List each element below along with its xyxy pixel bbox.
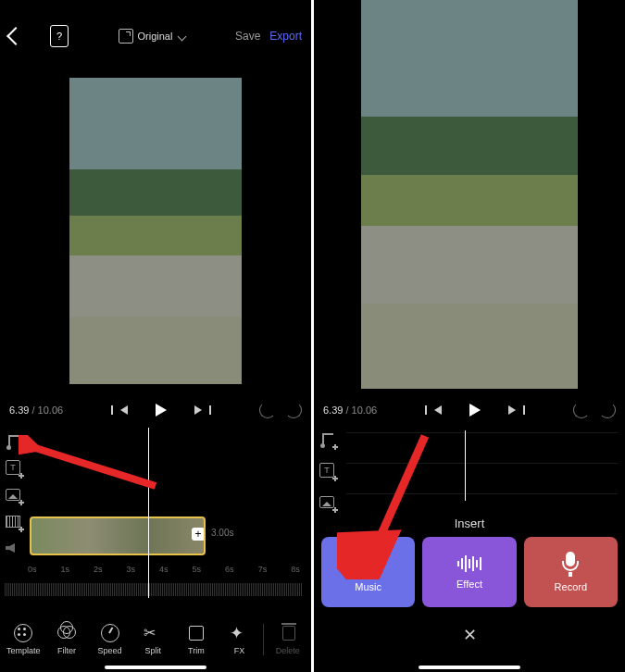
insert-options: Music Effect Record [321,537,618,607]
ratio-label: Original [138,31,173,42]
help-button[interactable]: ? [50,25,69,47]
add-text-track-button[interactable]: T [6,460,22,477]
insert-record-button[interactable]: Record [524,537,618,607]
clip-duration-label: 3.00s [211,528,233,538]
redo-button[interactable] [599,402,616,418]
speed-tool[interactable]: Speed [91,624,130,655]
bottom-toolbar: Template Filter Speed ✂Split Trim ✦FX De… [0,618,311,661]
redo-button[interactable] [285,402,302,418]
microphone-icon [558,552,582,576]
playhead[interactable] [148,428,149,598]
track-controls: T [319,431,336,511]
chevron-down-icon [178,31,187,41]
aspect-ratio-selector[interactable]: Original [119,29,186,44]
mute-track-button[interactable] [6,541,22,557]
prev-frame-button[interactable] [434,405,442,415]
fx-tool[interactable]: ✦FX [219,624,258,655]
insert-music-button[interactable]: Music [321,537,415,607]
play-button[interactable] [469,404,481,417]
insert-panel-title: Insert [314,516,625,530]
music-icon [356,552,381,576]
prev-frame-button[interactable] [120,405,128,415]
add-text-track-button[interactable]: T [319,463,336,479]
filter-tool[interactable]: Filter [47,624,86,655]
header: ? Original Save Export [0,0,311,56]
track-line-1 [346,432,618,433]
add-image-track-button[interactable] [6,487,22,504]
add-audio-track-button[interactable] [319,431,336,448]
video-clip[interactable] [30,516,206,555]
add-audio-track-button[interactable] [6,433,22,450]
timeline[interactable]: 3.00s [30,516,311,558]
time-indicator: 6.39 / 10.06 [9,404,63,416]
home-indicator [419,666,520,669]
save-button[interactable]: Save [235,30,260,43]
playback-bar: 6.39 / 10.06 [314,398,625,422]
export-button[interactable]: Export [269,30,302,43]
add-image-track-button[interactable] [319,494,336,511]
playhead[interactable] [465,430,466,501]
video-preview[interactable] [69,78,242,384]
svg-line-0 [30,446,156,486]
expand-icon [119,29,133,44]
add-video-track-button[interactable] [6,514,22,530]
delete-tool[interactable]: Delete [269,624,307,655]
trim-tool[interactable]: Trim [177,624,216,655]
split-tool[interactable]: ✂Split [133,624,172,655]
insert-effect-button[interactable]: Effect [422,537,516,607]
undo-button[interactable] [259,402,276,418]
editor-screen-left: ? Original Save Export 6.39 / 10.06 T 3.… [0,0,311,672]
track-line-3 [346,493,618,494]
time-indicator: 6.39 / 10.06 [323,404,377,416]
audio-waveform[interactable] [5,583,302,596]
play-button[interactable] [156,404,167,417]
playback-bar: 6.39 / 10.06 [0,398,311,422]
home-indicator [105,666,206,669]
next-frame-button[interactable] [508,405,516,415]
video-preview[interactable] [361,0,578,389]
annotation-arrow [19,435,157,481]
close-insert-button[interactable]: ✕ [314,625,625,645]
editor-screen-right: 6.39 / 10.06 T Insert Music Effect Recor… [314,0,625,672]
time-ruler: 0s 1s 2s 3s 4s 5s 6s 7s 8s [28,565,302,583]
separator [263,624,264,655]
back-button[interactable] [6,27,25,45]
track-line-2 [346,463,618,464]
template-tool[interactable]: Template [4,624,43,655]
soundwave-icon [457,554,481,573]
undo-button[interactable] [573,402,590,418]
track-controls: T [6,433,22,557]
next-frame-button[interactable] [194,405,202,415]
